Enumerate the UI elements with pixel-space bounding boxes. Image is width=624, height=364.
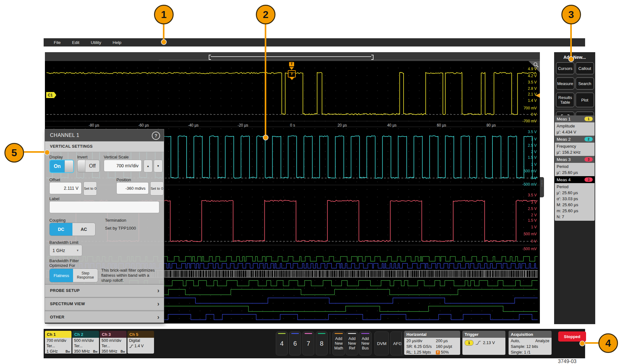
display-toggle[interactable]: On [49,160,74,173]
trigger-marker-tip-icon [290,77,294,80]
scale-down-button[interactable]: ▼ [154,160,163,172]
stopped-button[interactable]: Stopped [558,331,586,342]
channel-2-scale-label: -500 mV [522,182,537,187]
bandwidth-limit-dropdown[interactable]: 1 GHz ▼ [49,245,82,256]
position-input[interactable]: -360 mdivs [116,182,149,194]
meas-4-header[interactable]: Meas 4 3 [555,176,595,183]
menu-edit[interactable]: Edit [72,40,79,45]
horizontal-ruler-line [159,60,540,60]
horizontal-panel[interactable]: Horizontal 20 µs/div SR: 6.25 GS/s RL: 1… [404,331,460,355]
trigger-level-value: 2.13 V [483,340,495,346]
measurement-card-3[interactable]: Meas 3 3 Period µ': 25.60 µs [555,156,595,176]
magnifier-icon[interactable] [533,62,539,68]
logic-threshold-icon [129,344,133,348]
menu-help[interactable]: Help [113,40,121,45]
measurement-card-1[interactable]: Meas 1 1 Amplitude µ': 4.434 V [555,115,595,136]
coupling-dc-button[interactable]: DC [50,223,72,236]
channel-3-scale-label: 1.5 V [528,218,537,223]
channel-6-button[interactable]: 6 [289,331,301,355]
acquisition-panel[interactable]: Acquisition Auto, Analyze Sample: 12 bit… [509,331,552,355]
channel-1-dialog: CHANNEL 1 ? VERTICAL SETTINGS Display On… [45,129,164,323]
add-new-math-button[interactable]: AddNewMath [332,331,345,355]
ref-color-stripe [348,333,356,334]
channel-1-scale-label: 2.1 V [528,92,537,96]
meas-1-header[interactable]: Meas 1 1 [555,115,595,122]
spectrum-view-row[interactable]: SPECTRUM VIEW› [45,297,164,310]
help-icon[interactable]: ? [152,132,160,140]
ch5-header[interactable]: Ch 5 [127,331,154,338]
other-row[interactable]: OTHER› [45,311,164,323]
meas-3-header[interactable]: Meas 3 3 [555,156,595,163]
measure-button[interactable]: Measure [556,77,574,89]
offset-input[interactable]: 2.111 V [49,182,82,194]
offset-set-to-zero-button[interactable]: Set to 0 [83,182,97,195]
step-response-button[interactable]: Step Response [73,269,98,282]
search-button[interactable]: Search [576,77,594,89]
measurement-card-2[interactable]: Meas 2 2 Frequency µ': 156.2 kHz [555,136,595,156]
channel-1-scale-label: 4.2 V [528,74,537,78]
ch4-color-stripe [278,333,286,334]
coupling-segment[interactable]: DC AC [49,223,96,236]
callout-2: 2 [256,5,275,24]
channel-2-settings-badge[interactable]: Ch 2 500 mV/div Ter... 350 MHzBW [72,331,99,355]
channel-2-scale-label: 2 V [531,150,537,154]
label-input[interactable] [49,201,159,213]
ch3-details: 500 mV/div Ter... 350 MHzBW [100,338,127,354]
channel-5-settings-badge[interactable]: Ch 5 Digital 1.4 V [127,331,154,354]
zoom-range-left-bracket[interactable] [209,55,211,60]
x-axis-label: -80 µs [89,123,99,127]
ch6-color-stripe [291,333,299,334]
menu-bar: File Edit Utility Help [44,38,585,46]
plot-button[interactable]: Plot [576,93,594,107]
callout-5: 5 [4,143,24,163]
display-on-segment[interactable]: On [50,160,65,172]
filter-segment[interactable]: Flatness Step Response [49,268,98,282]
channel-3-settings-badge[interactable]: Ch 3 500 mV/div Ter... 350 MHzBW [100,331,127,355]
afg-button[interactable]: AFG [390,331,405,355]
panel-divider [555,109,594,109]
cursors-button[interactable]: Cursors [556,62,574,74]
vertical-scale-input[interactable]: 700 mV/div [104,160,142,172]
termination-value: Set by TPP1000 [105,226,136,231]
bandwidth-icon: BW [93,349,97,355]
ch1-header[interactable]: Ch 1 [45,331,71,338]
menu-file[interactable]: File [54,40,61,45]
trigger-marker-icon[interactable]: T [288,70,296,77]
ch3-header[interactable]: Ch 3 [100,331,127,338]
menu-utility[interactable]: Utility [91,40,101,45]
add-new-ref-button[interactable]: AddNewRef [346,331,358,355]
channel-1-scale-label: -700 mV [522,119,537,123]
chevron-right-icon: › [157,313,159,321]
results-table-button[interactable]: Results Table [556,93,574,107]
channel-1-scale-label: 2.8 V [528,86,537,91]
callout-button[interactable]: Callout [576,62,594,74]
flatness-button[interactable]: Flatness [50,269,73,282]
bar-divider [330,332,330,354]
channel-1-settings-badge[interactable]: Ch 1 700 mV/div Ter... 1 GHzBW [45,331,71,355]
scale-up-button[interactable]: ▲ [144,160,152,172]
meas-2-header[interactable]: Meas 2 2 [555,136,595,143]
channel-4-button[interactable]: 4 [276,331,288,355]
waveform-scroll-handle[interactable]: ⋮⋮ [540,177,544,197]
measurement-card-4[interactable]: Meas 4 3 Period µ': 25.60 µs σ': 33.03 p… [555,176,595,221]
trigger-panel[interactable]: Trigger 1 2.13 V [462,331,505,355]
display-toggle-knob[interactable] [65,160,73,172]
probe-setup-row[interactable]: PROBE SETUP› [45,284,164,297]
acquisition-title: Acquisition [509,331,552,338]
dvm-button[interactable]: DVM [374,331,389,355]
channel-7-button[interactable]: 7 [302,331,314,355]
position-set-to-zero-button[interactable]: Set to 0 [150,182,164,195]
coupling-ac-button[interactable]: AC [72,223,95,236]
x-axis-label: -20 µs [238,123,248,127]
trigger-position-icon[interactable]: T [289,62,294,66]
channel-8-button[interactable]: 8 [316,331,328,355]
zoom-range-line[interactable] [211,56,371,57]
callout-2-dot [263,135,269,140]
zoom-range-right-bracket[interactable] [371,55,374,60]
invert-off-segment[interactable]: Off [85,160,99,172]
add-new-bus-button[interactable]: AddNewBus [359,331,372,355]
ch2-header[interactable]: Ch 2 [72,331,99,338]
x-axis-label: -60 µs [138,123,149,127]
invert-toggle[interactable]: Off [77,160,100,172]
invert-toggle-knob[interactable] [77,160,85,172]
